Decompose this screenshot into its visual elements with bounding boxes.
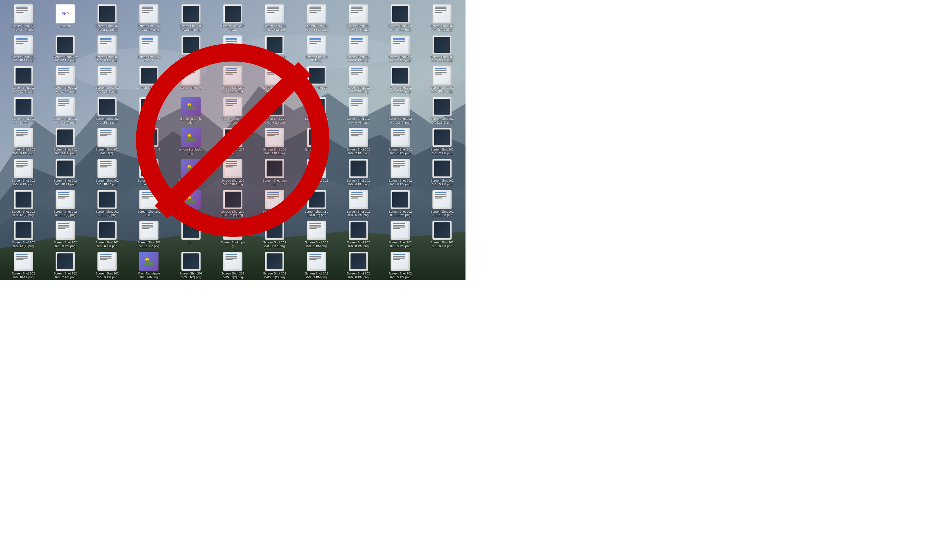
desktop-icon[interactable]: Screen Shot 2020-0...4 PM.png — [338, 157, 379, 188]
icon-label: Screen Shot 2020-0...9 PM.png — [11, 148, 35, 155]
desktop-icon[interactable]: Screen Shot 2020-05...1(2).png — [170, 250, 211, 280]
desktop-icon[interactable]: iphone11prolineup. jpg — [170, 157, 211, 188]
desktop-icon[interactable]: Screen Shot 2020-0...5 PM.png — [296, 219, 337, 249]
desktop-icon[interactable]: Screen Shot 2020-0...2 PM.png — [296, 250, 337, 280]
desktop-icon[interactable]: p... — [170, 219, 211, 249]
desktop-icon[interactable]: Screen Shot 2020-0...3 PM.png — [296, 3, 337, 33]
desktop-icon[interactable]: iphone11splash.jp g — [170, 126, 211, 157]
desktop-icon[interactable]: Screen Shot ...3(2).png — [212, 95, 253, 126]
desktop-icon[interactable]: Screen Shot 2020-0...2(2).png — [212, 34, 253, 64]
desktop-icon[interactable]: Screen Shot 2020-06...1(2).png — [45, 189, 86, 219]
desktop-icon[interactable]: Screen Shot 2020-05...1(2).png — [212, 250, 253, 280]
desktop-icon[interactable]: Screen Shot 2020-0... — [128, 189, 169, 219]
desktop-icon[interactable]: airpods_p up_header. — [170, 95, 211, 126]
desktop-icon[interactable]: iphonexr.jpg — [170, 189, 211, 219]
desktop-icon[interactable]: Screen Shot 2020-0.... — [212, 3, 253, 33]
desktop-icon[interactable]: Screen Shot 2020-0...PM 2.png — [87, 95, 128, 126]
desktop-icon[interactable]: Screen Shot 2020-0...9 PM.png — [338, 95, 379, 126]
desktop-icon[interactable]: Screen Shot ...png — [254, 157, 295, 188]
desktop-icon[interactable]: Screen Shot 2020-0...PM 1.png — [87, 3, 128, 33]
desktop-icon[interactable]: Screen Shot 2020-0...3(2).png — [87, 189, 128, 219]
desktop-icon[interactable]: Screen Shot 2020-0...M (2).png — [254, 95, 295, 126]
desktop-icon[interactable]: Screen Shot 2020-0...5 PM.png — [380, 219, 421, 249]
desktop-icon[interactable]: Screen Shot 2020-0...M (2).png — [3, 189, 44, 219]
desktop-icon[interactable]: Screen Shot 2020-0...1 PM.png — [380, 126, 421, 157]
desktop-icon[interactable]: Screen Shot 2020-0...6 PM.png — [380, 157, 421, 188]
desktop-icon[interactable]: Screen Shot ...png — [212, 219, 253, 249]
desktop-icon[interactable]: Screen Shot 2020- — [296, 157, 337, 188]
desktop-icon[interactable]: Screen Shot 2020-0...7 — [128, 34, 169, 64]
desktop-icon[interactable]: Screen Shot 2020-0...3 PM.png — [170, 3, 211, 33]
desktop-icon[interactable]: Screen Shot 2020-0...t — [254, 189, 295, 219]
desktop-icon[interactable]: Screen Shot 2020-0...0 PM.png — [338, 34, 379, 64]
desktop-icon[interactable]: Screen Shot 2020-0...8 AM.png — [45, 34, 86, 64]
desktop-icon[interactable]: Screen Shot ...t 2020-0...2).png — [296, 189, 337, 219]
desktop-icon[interactable]: Screen Shot ...g — [170, 65, 211, 95]
desktop-icon[interactable]: Screen Shot 2020-0...6 AM.png — [87, 219, 128, 249]
desktop-icon[interactable]: Screen Shot ...5 PM.png — [128, 126, 169, 157]
desktop-icon[interactable]: Screen Shot 2020-0...0 PM.png — [422, 219, 463, 249]
desktop-icon[interactable]: Screen Shot 2020-0...7 PM.png — [338, 65, 379, 95]
desktop-icon[interactable]: Screen Shot 2020-0...M (2).png — [3, 95, 44, 126]
desktop-icon[interactable]: Screen Shot 2020-05...1(2).png — [254, 250, 295, 280]
desktop-icon[interactable]: Screen Shot 2020-0...9 PM.png — [3, 126, 44, 157]
desktop-icon[interactable]: Screen Shot 2020-0...6 PM.png — [338, 189, 379, 219]
desktop-icon[interactable]: Screen Shot 2020-0...2 AM.png — [45, 250, 86, 280]
desktop-icon[interactable]: Screen Shot 2020-0...M (2).png — [45, 126, 86, 157]
desktop-icon[interactable]: Screen Shot 2020-0...5 PM.png — [212, 157, 253, 188]
desktop-icon[interactable]: Screen Shot ...ng — [128, 65, 169, 95]
desktop-icon[interactable]: Screen Shot 2020-0...1 PM.png — [422, 189, 463, 219]
desktop-icon[interactable]: Screen Shot 2020-0...4 PM.png — [338, 3, 379, 33]
desktop-icon[interactable]: Over-Ear- ApplePh...edb.png — [128, 250, 169, 280]
desktop-icon[interactable]: Screen Shot 2020-0...PM 1.png — [422, 65, 463, 95]
desktop-icon[interactable]: Screen Shot 2020-0...1 PM.png — [380, 189, 421, 219]
icon-label: Screen Shot 2020-0...PM 1.png — [262, 241, 286, 248]
desktop-icon[interactable]: Screen Shot 2020-0...M (2).png — [422, 3, 463, 33]
desktop-icon[interactable]: Screen Shot 2020-0...PM 1.png — [45, 157, 86, 188]
desktop-icon[interactable]: Screen Shot 202... — [254, 34, 295, 64]
desktop-icon[interactable]: Screen Shot 2020-0...8 PM.png — [338, 219, 379, 249]
desktop-icon[interactable]: Screen Shot 2020-0...1 PM.png — [45, 65, 86, 95]
desktop-icon[interactable]: Screen Shot ...Shot 2020- — [128, 157, 169, 188]
desktop-icon[interactable]: Screen Shot 2020-0...P — [296, 126, 337, 157]
desktop-icon[interactable]: Screen Shot 2020-0...7 PM.png — [380, 65, 421, 95]
desktop-icon[interactable]: Screen Shot 2020-0...PM 1.png — [3, 34, 44, 64]
desktop-icon[interactable]: Screen Shot 2020-0...5 PM.png — [380, 250, 421, 280]
desktop-icon[interactable]: Screen Shot 2020-0...9 PM.png — [254, 3, 295, 33]
desktop-icon[interactable]: Screen Shot 2020-0...M (2).png — [45, 95, 86, 126]
desktop-icon[interactable]: Screen Shot 2020-0...M (2).png — [3, 219, 44, 249]
desktop-icon[interactable]: Screen Shot 2020-0...PM 3.png — [212, 65, 253, 95]
desktop-icon[interactable]: Screen Shot 2020-0...M (2).png — [380, 95, 421, 126]
desktop-icon[interactable]: Screen Shot 2020-0...9 PM.png — [45, 219, 86, 249]
desktop-icon[interactable]: Screen Shot 2020-0...3 PM.png — [422, 34, 463, 64]
desktop-icon[interactable]: Screen Shot 2020-0...PM 1.png — [254, 219, 295, 249]
desktop-icon[interactable]: Screen Shot 2020-0...PM 2.png — [3, 250, 44, 280]
desktop-icon[interactable]: Screen Shot 2020-... — [212, 126, 253, 157]
desktop-icon[interactable]: Screen Shot 2020-06...1(2).png — [3, 65, 44, 95]
desktop-icon[interactable]: Screen Shot 2020-05...1(2).png — [422, 95, 463, 126]
desktop-icon[interactable]: test.php — [45, 3, 86, 33]
desktop-icon[interactable]: Screen Shot 2020-0...M (2).png — [212, 189, 253, 219]
desktop-icon[interactable]: Screen Shot 2020-0...0 PM.png — [3, 157, 44, 188]
desktop-icon[interactable]: Screen Shot ...1 PM.png — [128, 95, 169, 126]
desktop-icon[interactable]: Screen Shot 2020-05...1(2).png — [87, 65, 128, 95]
desktop-icon[interactable]: Screen Shot 2020-0...8 PM.png — [338, 250, 379, 280]
desktop-icon[interactable]: Screen Shot 2020-0...8 PM.png — [3, 3, 44, 33]
desktop-icon[interactable]: Screen Shot 2020-0...6 PM.png — [87, 34, 128, 64]
desktop-icon[interactable]: Screen Shot 2020-0...9 PM.png — [254, 126, 295, 157]
desktop-icon[interactable]: Screen Shot 2020-0...1 PM.png — [128, 219, 169, 249]
desktop-icon[interactable]: Screen Shot 2020-0...3 PM.png — [128, 3, 169, 33]
desktop-icon[interactable]: Screen Shot 2020-0...5 PM.png — [422, 157, 463, 188]
desktop-icon[interactable]: Screen Shot 2020-0.... — [296, 95, 337, 126]
desktop-icon[interactable]: Screen Shot 2020-0...PM 3.png — [87, 157, 128, 188]
desktop-icon[interactable]: Screen Shot 2020-0...3 PM.png — [87, 250, 128, 280]
desktop-icon[interactable]: Screen Shot 2020-0...2 PM.png — [338, 126, 379, 157]
desktop-icon[interactable]: Screen Shot 2020-0...7 PM.png — [422, 126, 463, 157]
desktop-icon[interactable]: Screen Shot 2020-0...6 PM.png — [380, 34, 421, 64]
desktop-icon[interactable]: Screen Shot 2020-0...9 PM.png — [380, 3, 421, 33]
desktop-icon[interactable]: Screen Shot 202... — [296, 65, 337, 95]
desktop-icon[interactable]: Screen Shot ...9 PM.png — [296, 34, 337, 64]
desktop-icon[interactable]: Screen Shot ...png — [170, 34, 211, 64]
desktop-icon[interactable]: Screen Shot 2020-0...2(2). — [87, 126, 128, 157]
desktop-icon[interactable]: Screen Shot 2020-0...1 PM.png — [254, 65, 295, 95]
